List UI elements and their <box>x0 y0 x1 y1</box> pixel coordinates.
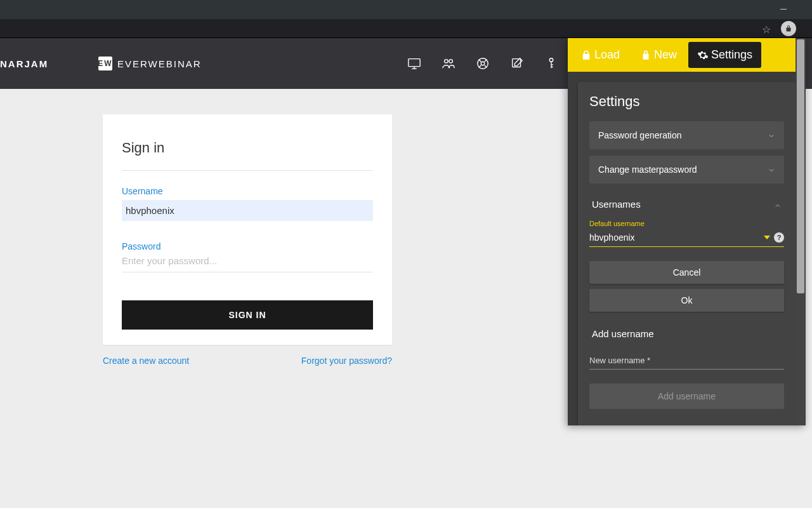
default-username-label: Default username <box>589 220 784 227</box>
settings-title: Settings <box>589 93 784 110</box>
svg-point-12 <box>549 58 553 62</box>
bookmark-star-icon[interactable]: ☆ <box>762 23 771 36</box>
chevron-up-icon <box>774 201 782 208</box>
extension-body: Settings Password generation Change mast… <box>568 72 806 425</box>
header-icon-row <box>407 57 558 70</box>
minimize-icon[interactable] <box>780 9 787 10</box>
chevron-down-icon <box>768 131 775 139</box>
extension-scrollbar[interactable] <box>796 38 806 425</box>
svg-line-10 <box>485 65 487 68</box>
signin-card: Sign in Username Password SIGN IN <box>103 114 392 345</box>
forgot-password-link[interactable]: Forgot your password? <box>301 356 392 366</box>
svg-line-7 <box>479 60 481 62</box>
extension-popup: Load New Settings Settings Password gene… <box>568 38 806 425</box>
edit-icon[interactable] <box>510 57 524 70</box>
scrollbar-thumb[interactable] <box>797 39 804 293</box>
svg-point-3 <box>445 60 449 64</box>
accordion-change-master[interactable]: Change masterpassword <box>589 156 784 184</box>
svg-point-6 <box>481 62 485 65</box>
add-username-button[interactable]: Add username <box>589 384 784 409</box>
password-input[interactable] <box>122 255 373 266</box>
default-username-select[interactable]: hbvphoenix ? <box>589 230 784 247</box>
key-icon[interactable] <box>544 57 558 70</box>
tab-new-label: New <box>654 48 677 62</box>
tab-load-label: Load <box>594 48 620 62</box>
username-label: Username <box>122 186 373 196</box>
password-label: Password <box>122 241 373 251</box>
signin-title: Sign in <box>122 140 373 156</box>
brand-left-text: NARJAM <box>0 58 48 69</box>
default-username-value: hbvphoenix <box>589 232 635 243</box>
sub-links-row: Create a new account Forgot your passwor… <box>103 356 392 366</box>
extension-tab-bar: Load New Settings <box>568 38 806 72</box>
add-username-title: Add username <box>592 328 782 339</box>
accordion-password-generation[interactable]: Password generation <box>589 121 784 149</box>
tab-new[interactable]: New <box>631 42 686 68</box>
tab-load[interactable]: Load <box>572 42 629 68</box>
new-username-label: New username * <box>589 356 650 365</box>
section-usernames-label: Usernames <box>592 199 641 210</box>
new-username-field[interactable]: New username * <box>589 356 784 370</box>
people-icon[interactable] <box>442 57 455 70</box>
chevron-down-icon <box>768 166 775 173</box>
brand-mid-text: EVERWEBINAR <box>117 58 202 69</box>
password-field-group: Password <box>122 241 373 272</box>
divider <box>122 170 373 171</box>
tab-settings-label: Settings <box>711 48 752 62</box>
accordion-pwgen-label: Password generation <box>598 130 682 140</box>
brand-everwebinar[interactable]: EW EVERWEBINAR <box>98 57 202 70</box>
cancel-button[interactable]: Cancel <box>589 261 784 284</box>
svg-line-8 <box>485 60 487 62</box>
username-input[interactable] <box>122 200 373 221</box>
help-icon[interactable]: ? <box>774 232 784 243</box>
svg-rect-0 <box>409 59 420 67</box>
svg-line-9 <box>479 65 481 68</box>
everwebinar-logo-icon: EW <box>98 57 112 70</box>
section-usernames[interactable]: Usernames <box>592 199 782 210</box>
ok-button[interactable]: Ok <box>589 289 784 312</box>
tab-settings[interactable]: Settings <box>688 42 761 68</box>
caret-down-icon <box>764 236 770 239</box>
svg-point-4 <box>449 60 453 64</box>
os-titlebar <box>0 0 812 19</box>
settings-card: Settings Password generation Change mast… <box>578 82 796 425</box>
help-icon[interactable] <box>476 57 490 70</box>
signin-button[interactable]: SIGN IN <box>122 300 373 330</box>
username-field-group: Username <box>122 186 373 221</box>
accordion-master-label: Change masterpassword <box>598 164 697 175</box>
create-account-link[interactable]: Create a new account <box>103 356 189 366</box>
monitor-icon[interactable] <box>407 57 421 70</box>
extension-lock-icon[interactable] <box>781 21 796 36</box>
browser-address-bar: ☆ <box>0 19 812 38</box>
